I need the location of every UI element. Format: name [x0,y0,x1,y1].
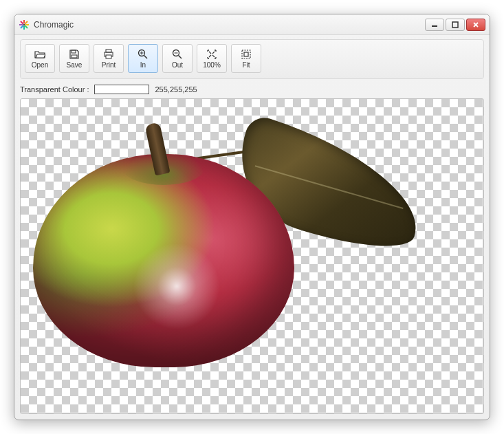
svg-rect-15 [106,50,111,52]
minimize-button[interactable] [425,19,444,31]
fit-icon [241,49,252,60]
canvas-image [26,113,322,367]
zoom-in-icon [138,49,149,60]
save-label: Save [67,61,83,69]
close-button[interactable] [466,19,485,31]
fit-button[interactable]: Fit [231,44,261,73]
zoom-in-label: In [140,61,146,69]
titlebar: Chromagic [14,14,490,35]
zoom-in-button[interactable]: In [128,44,158,73]
svg-line-23 [179,55,182,58]
minimize-icon [431,21,438,28]
svg-line-6 [21,25,23,28]
zoom-out-label: Out [172,61,183,69]
svg-rect-26 [244,52,248,56]
svg-rect-14 [72,55,77,58]
transparent-colour-value: 255,255,255 [155,85,197,94]
option-bar: Transparent Colour : 255,255,255 [14,79,490,98]
svg-rect-17 [106,55,111,58]
maximize-icon [452,21,459,28]
print-label: Print [102,61,116,69]
svg-line-19 [144,55,148,58]
open-label: Open [32,61,48,69]
save-icon [69,49,80,60]
toolbar-container: Open Save Print In [14,35,490,79]
save-button[interactable]: Save [59,44,89,73]
svg-line-2 [25,21,28,24]
print-button[interactable]: Print [94,44,124,73]
svg-line-4 [25,25,28,28]
open-icon [34,49,45,60]
close-icon [472,21,479,28]
svg-rect-25 [242,50,250,58]
zoom-100-label: 100% [203,61,221,69]
maximize-button[interactable] [446,19,465,31]
print-icon [103,49,114,60]
transparent-colour-swatch[interactable] [94,85,149,94]
zoom-100-button[interactable]: 100% [197,44,227,73]
apple-body-shape [33,154,294,367]
svg-line-8 [21,21,23,24]
toolbar: Open Save Print In [20,39,484,79]
zoom-out-icon [172,49,183,60]
transparent-colour-label: Transparent Colour : [20,85,89,94]
canvas[interactable] [20,98,484,414]
zoom-actual-icon [206,49,217,60]
window-controls [425,19,485,31]
zoom-out-button[interactable]: Out [162,44,193,73]
app-window: Chromagic Open [14,14,490,420]
open-button[interactable]: Open [25,44,55,73]
svg-point-0 [23,23,25,25]
svg-rect-10 [452,22,458,28]
fit-label: Fit [242,61,250,69]
app-title: Chromagic [34,20,425,30]
app-icon [19,19,30,30]
